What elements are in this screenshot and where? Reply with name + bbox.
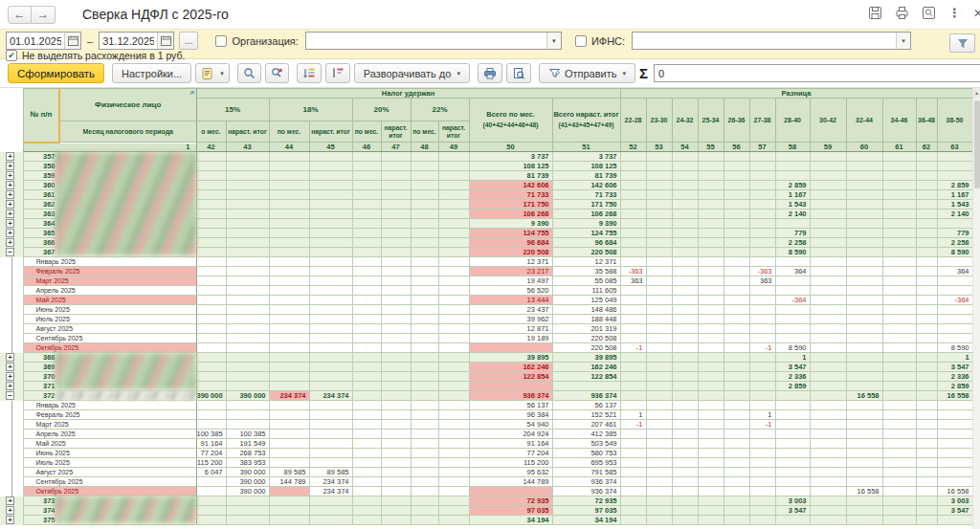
cell-57[interactable] <box>749 324 775 334</box>
month-cell[interactable]: Май 2025 <box>23 439 196 449</box>
cell-63[interactable]: 1 <box>937 353 972 363</box>
cell-61[interactable] <box>882 200 916 209</box>
cell-54[interactable] <box>672 477 698 487</box>
person-name-cell[interactable] <box>59 209 196 219</box>
cell-57[interactable] <box>749 496 775 506</box>
cell-57[interactable] <box>749 286 775 296</box>
cell-46[interactable] <box>352 410 381 420</box>
cell-46[interactable] <box>352 305 381 315</box>
month-row[interactable]: Июнь 202523 437148 486 <box>0 305 972 315</box>
cell-46[interactable] <box>352 315 381 324</box>
cell-42[interactable] <box>196 353 226 363</box>
cell-58[interactable] <box>775 162 810 171</box>
cell-61[interactable] <box>882 257 916 267</box>
print-preview-button[interactable] <box>506 63 531 83</box>
cell-45[interactable]: 89 585 <box>309 468 352 477</box>
cell-61[interactable] <box>882 382 916 391</box>
cell-62[interactable] <box>916 276 937 286</box>
cell-57[interactable] <box>749 449 775 458</box>
cell-46[interactable] <box>352 257 381 267</box>
cell-47[interactable] <box>381 410 411 420</box>
cell-59[interactable] <box>810 343 846 353</box>
expand-toggle[interactable]: + <box>6 382 14 390</box>
expand-toggle[interactable]: + <box>6 162 14 170</box>
month-cell[interactable]: Март 2025 <box>23 276 196 286</box>
cell-60[interactable] <box>846 430 882 439</box>
cell-56[interactable] <box>724 315 749 324</box>
cell-51[interactable]: 936 374 <box>552 487 620 496</box>
cell-59[interactable] <box>810 315 846 324</box>
cell-43[interactable]: 390 000 <box>226 468 269 477</box>
cell-54[interactable] <box>672 200 698 209</box>
cell-43[interactable] <box>226 334 269 343</box>
cell-48[interactable] <box>411 171 438 181</box>
cell-51[interactable]: 142 606 <box>552 181 620 190</box>
cell-52[interactable] <box>620 439 646 449</box>
cell-51[interactable]: 81 739 <box>552 171 620 181</box>
cell-47[interactable] <box>381 401 411 410</box>
cell-62[interactable] <box>916 190 937 200</box>
cell-48[interactable] <box>411 391 438 401</box>
cell-42[interactable] <box>196 162 226 171</box>
cell-54[interactable] <box>672 296 698 305</box>
cell-62[interactable] <box>916 410 937 420</box>
cell-59[interactable] <box>810 334 846 343</box>
cell-63[interactable]: 2 859 <box>937 181 972 190</box>
cell-44[interactable] <box>269 516 309 525</box>
cell-43[interactable] <box>226 238 269 248</box>
row-number[interactable]: 366 <box>23 238 59 248</box>
cell-44[interactable] <box>269 372 309 382</box>
cell-52[interactable] <box>620 219 646 229</box>
cell-58[interactable] <box>775 334 810 343</box>
person-row[interactable]: +36839 89539 89511 <box>0 353 972 363</box>
cell-58[interactable]: 779 <box>775 229 810 238</box>
cell-61[interactable] <box>882 401 916 410</box>
row-number[interactable]: 361 <box>23 190 59 200</box>
cell-56[interactable] <box>724 430 749 439</box>
cell-44[interactable] <box>269 229 309 238</box>
cell-58[interactable] <box>775 305 810 315</box>
cell-50[interactable]: 124 755 <box>469 229 552 238</box>
cell-43[interactable] <box>226 152 269 162</box>
cell-51[interactable]: 503 549 <box>552 439 620 449</box>
cell-55[interactable] <box>698 296 724 305</box>
cell-57[interactable] <box>749 363 775 372</box>
cell-45[interactable] <box>309 181 352 190</box>
cell-55[interactable] <box>698 181 724 190</box>
cell-59[interactable] <box>810 363 846 372</box>
collapse-toggle[interactable]: − <box>6 391 14 400</box>
cell-51[interactable]: 125 049 <box>552 296 620 305</box>
cell-44[interactable] <box>269 248 309 257</box>
cell-52[interactable] <box>620 257 646 267</box>
person-row[interactable]: +3712 8592 859 <box>0 382 972 391</box>
cell-57[interactable] <box>749 506 775 516</box>
preview-icon[interactable] <box>922 6 936 20</box>
cell-59[interactable] <box>810 190 846 200</box>
cell-46[interactable] <box>352 516 381 525</box>
cell-55[interactable] <box>698 190 724 200</box>
cell-56[interactable] <box>724 334 749 343</box>
cell-57[interactable] <box>749 229 775 238</box>
cell-55[interactable] <box>698 372 724 382</box>
cell-62[interactable] <box>916 430 937 439</box>
sum-input[interactable] <box>654 64 980 82</box>
cell-56[interactable] <box>724 516 749 525</box>
cell-45[interactable] <box>309 248 352 257</box>
cell-62[interactable] <box>916 200 937 209</box>
cell-49[interactable] <box>438 506 469 516</box>
cell-47[interactable] <box>381 171 411 181</box>
cell-43[interactable] <box>226 401 269 410</box>
cell-49[interactable] <box>438 363 469 372</box>
cell-59[interactable] <box>810 410 846 420</box>
cell-60[interactable] <box>846 257 882 267</box>
cell-52[interactable] <box>620 477 646 487</box>
cell-57[interactable] <box>749 152 775 162</box>
cell-44[interactable] <box>269 267 309 276</box>
cell-42[interactable] <box>196 343 226 353</box>
cell-54[interactable] <box>672 181 698 190</box>
cell-45[interactable] <box>309 209 352 219</box>
cell-44[interactable] <box>269 276 309 286</box>
cell-63[interactable]: 3 547 <box>937 506 972 516</box>
cell-58[interactable] <box>775 516 810 525</box>
cell-59[interactable] <box>810 487 846 496</box>
